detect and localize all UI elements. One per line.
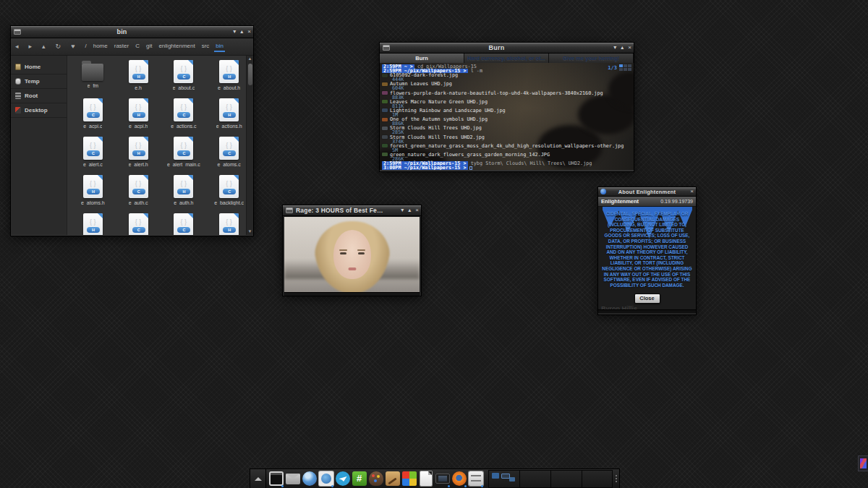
telegram-icon[interactable] <box>336 471 350 486</box>
dock-item-thunderbird[interactable] <box>318 469 334 488</box>
dock-item-text-document[interactable] <box>417 469 434 488</box>
file-item[interactable]: Ce_bg.c <box>161 212 207 235</box>
scrollbar[interactable]: ▲ ▼ <box>246 56 253 235</box>
shade-icon[interactable]: ▾ <box>613 45 616 51</box>
chevron-up-icon <box>255 477 262 481</box>
breadcrumb-item-raster[interactable]: raster <box>114 43 129 51</box>
pager-desk-2[interactable] <box>519 470 550 488</box>
file-item[interactable]: e_fm <box>70 59 116 97</box>
tab-grid-icon[interactable] <box>619 64 631 71</box>
dock-item-chromium[interactable] <box>301 469 318 488</box>
breadcrumb-item-C[interactable]: C <box>135 43 140 51</box>
firefox-icon[interactable] <box>452 471 467 486</box>
dock-item-telegram[interactable] <box>334 469 351 488</box>
sidebar-item-temp[interactable]: Temp <box>11 74 67 89</box>
favorites-icon[interactable]: ♥ <box>71 43 75 50</box>
chromium-icon[interactable] <box>302 471 317 486</box>
breadcrumb-item-src[interactable]: src <box>202 43 210 51</box>
pager-desk-4[interactable] <box>582 470 613 488</box>
file-cabinet-icon[interactable] <box>469 471 483 486</box>
edge-systray-gadget[interactable] <box>858 455 868 471</box>
terminology-icon[interactable] <box>269 471 284 486</box>
sidebar-item-home[interactable]: Home <box>11 60 67 74</box>
video-titlebar[interactable]: Rage: 3 HOURS of Best Female Voc... ▾ ▴ … <box>283 205 421 216</box>
close-icon[interactable]: × <box>628 45 631 51</box>
terminal-tab[interactable]: Hard currency, alcohol, or ot... <box>464 53 549 63</box>
terminal-tab[interactable]: Give me your herring! <box>549 53 634 63</box>
fileman-titlebar[interactable]: bin ▾ ▴ × <box>11 26 253 38</box>
dock-item-windows-apps[interactable] <box>401 469 417 488</box>
breadcrumb-item-bin[interactable]: bin <box>216 43 224 51</box>
dock-item-paint[interactable] <box>384 469 401 488</box>
tv-icon[interactable] <box>435 474 450 484</box>
pager-desk-1[interactable] <box>488 470 519 488</box>
windows-apps-icon[interactable] <box>402 471 417 486</box>
maximize-icon[interactable]: ▴ <box>240 29 243 35</box>
file-item[interactable]: Ce_actions.c <box>161 97 207 135</box>
file-item[interactable]: He_atoms.h <box>70 174 116 212</box>
file-item[interactable]: Ce_backlight_ma <box>116 212 161 235</box>
sidebar-item-root[interactable]: Root <box>11 89 67 103</box>
color-palette-icon[interactable] <box>369 471 383 486</box>
refresh-icon[interactable]: ↻ <box>56 43 61 50</box>
terminal-tab[interactable]: Burn <box>380 53 464 63</box>
close-icon[interactable]: × <box>415 207 419 213</box>
text-document-icon[interactable] <box>420 471 432 486</box>
breadcrumb-item-home[interactable]: home <box>93 43 108 51</box>
file-item[interactable]: Ce_auth.c <box>116 174 161 212</box>
terminal-titlebar[interactable]: Burn ▾ ▴ × <box>380 43 634 53</box>
dock-item-tv[interactable] <box>434 469 451 488</box>
file-item[interactable]: Ce_about.c <box>161 59 207 97</box>
irc-chat-icon[interactable]: # <box>352 471 367 486</box>
file-item[interactable]: Ce_atoms.c <box>206 135 252 174</box>
about-titlebar[interactable]: About Enlightenment × <box>598 187 696 197</box>
maximize-icon[interactable]: ▴ <box>408 207 411 213</box>
file-item[interactable]: He_alert.h <box>116 135 161 174</box>
file-item[interactable]: Ce_alert.c <box>70 135 116 174</box>
paint-icon[interactable] <box>386 471 400 486</box>
terminal-body[interactable]: 2:59PM ~ > cd pix/Wallpapers-152:59PM ~/… <box>380 63 634 170</box>
file-item[interactable]: Ce_acpi.c <box>70 97 116 135</box>
scroll-down-icon[interactable]: ▼ <box>248 228 252 235</box>
close-icon[interactable]: × <box>247 29 251 35</box>
breadcrumb-item-/[interactable]: / <box>85 43 86 51</box>
maximize-icon[interactable]: ▴ <box>621 45 624 51</box>
shade-icon[interactable]: ▾ <box>401 207 404 213</box>
sidebar-item-desktop[interactable]: Desktop <box>11 103 67 118</box>
dock-expand-button[interactable] <box>250 469 266 488</box>
file-icon: H <box>83 213 103 235</box>
breadcrumb-item-git[interactable]: git <box>146 43 152 51</box>
forward-icon[interactable]: ▸ <box>29 43 33 50</box>
dock-item-terminology[interactable] <box>268 469 284 488</box>
dock-item-irc-chat[interactable]: # <box>351 469 367 488</box>
file-item[interactable]: He_acpi.h <box>116 97 161 135</box>
dock-item-color-palette[interactable] <box>367 469 384 488</box>
tab-pager[interactable]: 1/3 <box>608 64 631 71</box>
mail-icon[interactable] <box>286 474 300 484</box>
scroll-thumb[interactable] <box>248 64 252 85</box>
file-item[interactable]: He_about.h <box>206 59 252 97</box>
scroll-up-icon[interactable]: ▲ <box>248 56 252 62</box>
dock-item-firefox[interactable] <box>451 469 467 488</box>
dock-item-file-cabinet[interactable] <box>467 469 484 488</box>
dock-handle[interactable] <box>616 475 617 482</box>
close-button[interactable]: Close <box>634 294 660 304</box>
pager-desk-3[interactable] <box>550 470 582 488</box>
thunderbird-icon[interactable] <box>319 471 333 486</box>
breadcrumb-item-enlightenment[interactable]: enlightenment <box>158 43 195 51</box>
file-item[interactable]: He_backlight.h <box>70 212 116 235</box>
close-icon[interactable]: × <box>690 189 694 194</box>
file-item[interactable]: He_actions.h <box>206 97 252 135</box>
file-item[interactable]: Ce_alert_main.c <box>161 135 207 174</box>
filetype-badge: C <box>177 112 190 118</box>
file-item[interactable]: He.h <box>116 59 161 97</box>
back-icon[interactable]: ◂ <box>15 43 19 50</box>
file-item[interactable]: Ce_backlight.c <box>206 174 252 212</box>
up-icon[interactable]: ▴ <box>42 43 46 50</box>
file-item[interactable]: He_auth.h <box>161 174 207 212</box>
dock-item-mail[interactable] <box>284 469 301 488</box>
shade-icon[interactable]: ▾ <box>233 29 236 35</box>
video-bottom-bar[interactable] <box>284 292 420 296</box>
video-frame[interactable] <box>284 217 420 292</box>
file-item[interactable]: He_bg.h <box>206 212 252 235</box>
